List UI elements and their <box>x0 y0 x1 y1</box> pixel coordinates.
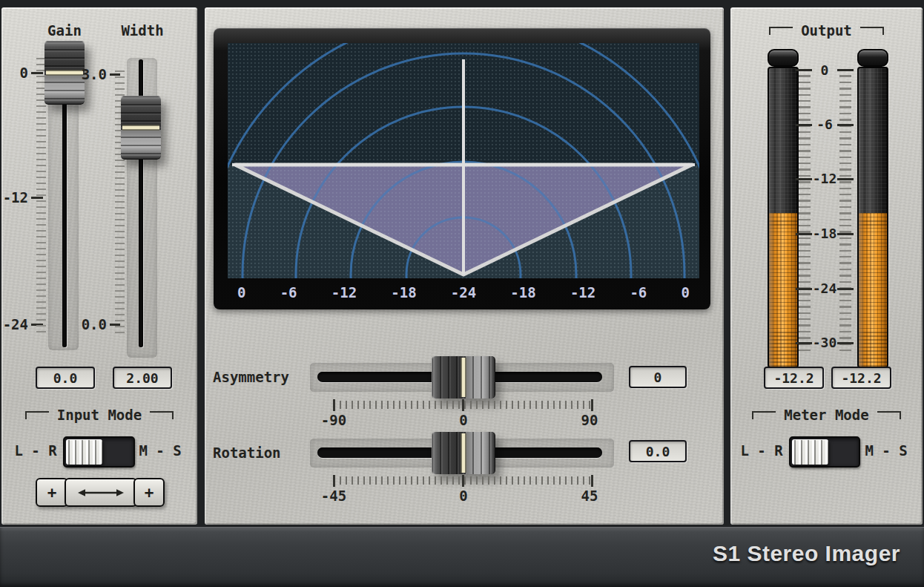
output-section-panel: Output 0 -6 -12 -18 -24 -30 <box>730 7 923 525</box>
output-section-header: Output <box>730 22 923 39</box>
right-output-meter <box>857 67 888 368</box>
left-channel-plus-button[interactable]: + <box>36 478 68 507</box>
width-value-box[interactable]: 2.00 <box>113 367 172 389</box>
left-output-meter <box>768 67 799 368</box>
rotation-tick-major <box>462 475 464 487</box>
input-mode-label: Input Mode <box>57 407 142 423</box>
meter-mode-label: Meter Mode <box>784 407 868 423</box>
db-scale-label: -18 <box>510 284 535 301</box>
asymmetry-label: Asymmetry <box>213 369 317 385</box>
output-label: Output <box>801 22 852 39</box>
width-fader-knob[interactable] <box>121 96 161 160</box>
db-scale-label: -6 <box>630 284 647 301</box>
left-meter-headroom <box>769 68 797 213</box>
channel-swap-button[interactable] <box>65 478 137 507</box>
db-scale-label: -24 <box>451 284 476 301</box>
left-meter-value-box[interactable]: -12.2 <box>764 367 824 389</box>
display-section-panel: 0 -6 -12 -18 -24 -18 -12 -6 0 Asymmetry … <box>205 7 724 525</box>
right-meter-value-box[interactable]: -12.2 <box>831 367 891 389</box>
plugin-title: S1 Stereo Imager <box>713 541 900 566</box>
meter-mode-ms-label: M - S <box>864 442 908 459</box>
stereo-image-graph <box>228 43 699 278</box>
meter-mode-section: Meter Mode <box>730 407 923 423</box>
vector-display-bezel: 0 -6 -12 -18 -24 -18 -12 -6 0 <box>214 28 710 309</box>
left-right-arrow-icon <box>76 488 125 498</box>
gain-scale-minus12: -12 <box>1 189 28 206</box>
asymmetry-tick-label: -90 <box>311 412 356 428</box>
bracket-decoration <box>860 27 884 35</box>
db-scale-label: -6 <box>280 284 297 301</box>
display-db-scale: 0 -6 -12 -18 -24 -18 -12 -6 0 <box>228 278 699 306</box>
bracket-decoration <box>877 411 901 419</box>
meter-scale-dash <box>837 233 854 235</box>
asymmetry-slider-knob[interactable] <box>432 356 495 399</box>
meter-scale-dash <box>837 124 854 126</box>
meter-scale-dash <box>837 288 854 290</box>
gain-fader-label: Gain <box>39 22 90 39</box>
bracket-decoration <box>150 411 174 419</box>
meter-scale-0: 0 <box>810 62 839 79</box>
db-scale-label: -12 <box>570 284 595 301</box>
meter-tick-strip <box>799 69 811 355</box>
asymmetry-tick-major <box>462 399 464 411</box>
meter-scale-dash <box>837 69 854 71</box>
meter-mode-lr-label: L - R <box>739 442 784 459</box>
asymmetry-value-box[interactable]: 0 <box>629 366 687 388</box>
asymmetry-tick-major <box>591 399 593 411</box>
asymmetry-tick-major <box>333 399 335 411</box>
input-mode-ms-label: M - S <box>138 442 182 459</box>
input-mode-toggle[interactable] <box>63 436 135 468</box>
meter-mode-toggle[interactable] <box>789 436 860 468</box>
input-mode-toggle-handle[interactable] <box>66 439 102 465</box>
rotation-tick-label: 45 <box>567 488 612 504</box>
input-section-panel: Gain Width 0 -12 -24 3.0 0.0 0.0 2.00 In… <box>1 7 197 525</box>
stereo-vector-display <box>228 43 699 278</box>
width-scale-0: 0.0 <box>76 316 107 332</box>
asymmetry-tick-label: 90 <box>567 412 612 428</box>
db-scale-label: -18 <box>391 284 416 301</box>
meter-scale-minus6: -6 <box>810 117 839 133</box>
rotation-tick-major <box>333 475 335 487</box>
meter-scale-minus30: -30 <box>810 335 839 351</box>
right-clip-indicator[interactable] <box>857 49 888 67</box>
meter-scale-dash <box>837 178 854 180</box>
left-meter-level <box>769 213 797 367</box>
meter-mode-toggle-handle[interactable] <box>792 439 828 465</box>
gain-scale-0: 0 <box>1 65 28 81</box>
db-scale-label: 0 <box>237 284 245 301</box>
left-clip-indicator[interactable] <box>768 49 799 67</box>
gain-scale-minus24: -24 <box>1 316 28 332</box>
rotation-slider-knob[interactable] <box>432 432 495 474</box>
db-scale-label: -12 <box>331 284 357 301</box>
input-mode-lr-label: L - R <box>13 442 58 459</box>
rotation-label: Rotation <box>213 445 317 461</box>
gain-value-box[interactable]: 0.0 <box>36 367 95 389</box>
rotation-tick-label: 0 <box>441 488 486 504</box>
width-fader-label: Width <box>116 22 168 39</box>
bracket-decoration <box>752 411 776 419</box>
meter-scale-minus12: -12 <box>810 171 839 187</box>
bracket-decoration <box>769 27 793 35</box>
meter-scale-minus18: -18 <box>810 226 839 242</box>
input-mode-section: Input Mode <box>1 407 197 423</box>
s1-stereo-imager-window: Gain Width 0 -12 -24 3.0 0.0 0.0 2.00 In… <box>0 0 924 587</box>
meter-scale-dash <box>837 342 854 344</box>
asymmetry-tick-label: 0 <box>441 412 486 428</box>
width-scale-3: 3.0 <box>76 66 107 82</box>
bracket-decoration <box>25 411 49 419</box>
meter-tick-strip <box>839 69 851 355</box>
db-scale-label: 0 <box>682 284 690 301</box>
plugin-footer-bar: S1 Stereo Imager <box>0 527 924 587</box>
right-meter-level <box>859 213 887 367</box>
rotation-value-box[interactable]: 0.0 <box>629 440 687 462</box>
rotation-tick-label: -45 <box>311 488 356 504</box>
right-channel-plus-button[interactable]: + <box>133 478 165 507</box>
rotation-tick-major <box>591 475 593 487</box>
meter-scale-minus24: -24 <box>810 281 839 297</box>
right-meter-headroom <box>859 68 887 213</box>
